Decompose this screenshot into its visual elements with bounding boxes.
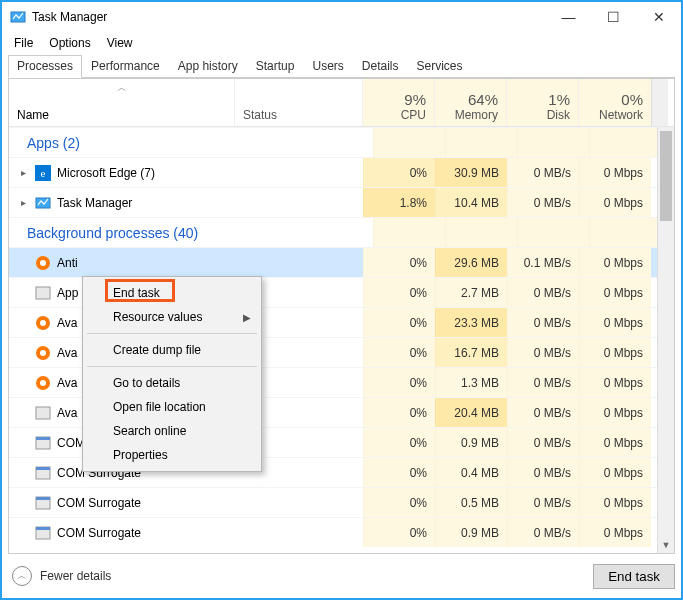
process-icon <box>35 195 51 211</box>
cell-network: 0 Mbps <box>579 248 651 277</box>
cell-cpu: 0% <box>363 248 435 277</box>
menu-file[interactable]: File <box>6 34 41 52</box>
process-name-cell: ▸Task Manager <box>9 188 363 217</box>
maximize-button[interactable]: ☐ <box>591 2 636 32</box>
cell-disk: 0 MB/s <box>507 308 579 337</box>
cell-memory: 0.9 MB <box>435 428 507 457</box>
col-cpu[interactable]: 9% CPU <box>363 79 435 126</box>
tab-users[interactable]: Users <box>303 55 352 78</box>
tab-startup[interactable]: Startup <box>247 55 304 78</box>
cell-memory: 16.7 MB <box>435 338 507 367</box>
process-icon <box>35 435 51 451</box>
scroll-down-icon[interactable]: ▼ <box>658 536 674 553</box>
svg-point-12 <box>40 380 46 386</box>
group-header: Background processes (40) <box>9 217 674 247</box>
col-cpu-pct: 9% <box>404 91 426 108</box>
vertical-scrollbar[interactable]: ▲ ▼ <box>657 127 674 553</box>
cell-network: 0 Mbps <box>579 488 651 517</box>
ctx-separator <box>87 366 257 367</box>
cell-cpu: 0% <box>363 278 435 307</box>
cell-network: 0 Mbps <box>579 458 651 487</box>
cell-network: 0 Mbps <box>579 158 651 187</box>
cell-cpu: 0% <box>363 488 435 517</box>
cell-cpu: 0% <box>363 458 435 487</box>
window-title: Task Manager <box>32 10 546 24</box>
col-status-label: Status <box>243 108 354 122</box>
process-row[interactable]: Anti0%29.6 MB0.1 MB/s0 Mbps <box>9 247 674 277</box>
tab-services[interactable]: Services <box>408 55 472 78</box>
process-name: Microsoft Edge (7) <box>57 166 155 180</box>
close-button[interactable]: ✕ <box>636 2 681 32</box>
task-manager-icon <box>10 9 26 25</box>
tab-app-history[interactable]: App history <box>169 55 247 78</box>
process-icon <box>35 405 51 421</box>
cell-disk: 0 MB/s <box>507 188 579 217</box>
cell-cpu: 0% <box>363 338 435 367</box>
process-row[interactable]: COM Surrogate0%0.5 MB0 MB/s0 Mbps <box>9 487 674 517</box>
cell-cpu: 0% <box>363 308 435 337</box>
cell-network: 0 Mbps <box>579 368 651 397</box>
menu-options[interactable]: Options <box>41 34 98 52</box>
tab-performance[interactable]: Performance <box>82 55 169 78</box>
group-header: Apps (2) <box>9 127 674 157</box>
cell-memory: 29.6 MB <box>435 248 507 277</box>
window-controls: — ☐ ✕ <box>546 2 681 32</box>
process-name: Ava <box>57 376 77 390</box>
tab-processes[interactable]: Processes <box>8 55 82 78</box>
cell-network: 0 Mbps <box>579 188 651 217</box>
tab-strip: Processes Performance App history Startu… <box>8 54 675 78</box>
col-disk[interactable]: 1% Disk <box>507 79 579 126</box>
cell-memory: 1.3 MB <box>435 368 507 397</box>
ctx-separator <box>87 333 257 334</box>
cell-disk: 0 MB/s <box>507 488 579 517</box>
svg-rect-15 <box>36 437 50 440</box>
process-icon <box>35 255 51 271</box>
fewer-details-label: Fewer details <box>40 569 111 583</box>
scrollbar-thumb[interactable] <box>660 131 672 221</box>
menu-view[interactable]: View <box>99 34 141 52</box>
process-icon: e <box>35 165 51 181</box>
fewer-details-toggle[interactable]: ︿ Fewer details <box>8 566 111 586</box>
process-name-cell: ▸eMicrosoft Edge (7) <box>9 158 363 187</box>
ctx-resource-values[interactable]: Resource values ▶ <box>85 305 259 329</box>
cell-cpu: 1.8% <box>363 188 435 217</box>
ctx-go-to-details[interactable]: Go to details <box>85 371 259 395</box>
process-row[interactable]: COM Surrogate0%0.9 MB0 MB/s0 Mbps <box>9 517 674 547</box>
ctx-end-task[interactable]: End task <box>85 281 259 305</box>
svg-rect-17 <box>36 467 50 470</box>
ctx-create-dump[interactable]: Create dump file <box>85 338 259 362</box>
col-status[interactable]: Status <box>235 79 363 126</box>
process-name-cell: COM Surrogate <box>9 518 363 547</box>
svg-point-8 <box>40 320 46 326</box>
ctx-resource-values-label: Resource values <box>113 310 202 324</box>
svg-rect-6 <box>36 287 50 299</box>
cell-disk: 0 MB/s <box>507 368 579 397</box>
ctx-open-location[interactable]: Open file location <box>85 395 259 419</box>
col-network[interactable]: 0% Network <box>579 79 651 126</box>
col-memory[interactable]: 64% Memory <box>435 79 507 126</box>
svg-rect-21 <box>36 527 50 530</box>
tab-details[interactable]: Details <box>353 55 408 78</box>
process-row[interactable]: ▸eMicrosoft Edge (7)0%30.9 MB0 MB/s0 Mbp… <box>9 157 674 187</box>
cell-cpu: 0% <box>363 368 435 397</box>
cell-disk: 0 MB/s <box>507 398 579 427</box>
col-cpu-label: CPU <box>401 108 426 122</box>
process-icon <box>35 375 51 391</box>
titlebar: Task Manager — ☐ ✕ <box>2 2 681 32</box>
ctx-search-online[interactable]: Search online <box>85 419 259 443</box>
expander-icon[interactable]: ▸ <box>17 197 29 208</box>
expander-icon[interactable]: ▸ <box>17 167 29 178</box>
cell-memory: 0.4 MB <box>435 458 507 487</box>
process-row[interactable]: ▸Task Manager1.8%10.4 MB0 MB/s0 Mbps <box>9 187 674 217</box>
process-name: Ava <box>57 406 77 420</box>
col-name[interactable]: ︿ Name <box>9 79 235 126</box>
cell-network: 0 Mbps <box>579 338 651 367</box>
col-disk-pct: 1% <box>548 91 570 108</box>
cell-disk: 0 MB/s <box>507 428 579 457</box>
end-task-button[interactable]: End task <box>593 564 675 589</box>
cell-cpu: 0% <box>363 428 435 457</box>
minimize-button[interactable]: — <box>546 2 591 32</box>
cell-network: 0 Mbps <box>579 278 651 307</box>
cell-disk: 0 MB/s <box>507 158 579 187</box>
ctx-properties[interactable]: Properties <box>85 443 259 467</box>
